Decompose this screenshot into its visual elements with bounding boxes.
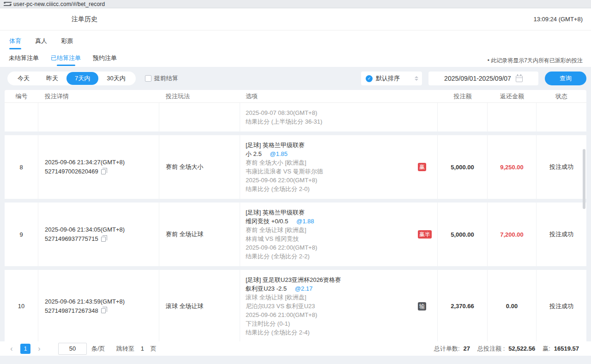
option-gray-line: 滚球 全场让球 [欧洲盘]	[246, 293, 418, 302]
cell-status: 投注成功	[537, 203, 586, 266]
cell-bet-index: 8	[5, 135, 38, 199]
subtab-unsettled[interactable]: 未结算注单	[8, 54, 39, 67]
cell-option: [足球] 英格兰甲级联赛 小 2.5 @1.85 赛前 全场大小 [欧洲盘]韦康…	[240, 135, 438, 199]
col-id: 编号	[5, 92, 38, 101]
cell-play-type: 滚球 全场让球	[159, 270, 240, 342]
jump-to-label: 跳转至	[116, 345, 134, 353]
cell-bet-detail	[38, 103, 159, 131]
site-icon	[4, 1, 10, 6]
page-size-input[interactable]	[58, 343, 87, 355]
option-gray-line: 赛前 全场大小 [欧洲盘]	[246, 158, 418, 167]
date-range-input[interactable]: 2025/09/01-2025/09/07	[428, 72, 538, 85]
pick-selection: 小 2.5	[246, 150, 262, 157]
cell-status	[537, 103, 586, 131]
range-30days[interactable]: 30天内	[98, 72, 133, 85]
totals: 总计单数: 27 总投注额 : 52,522.56 赢: 16519.57	[434, 345, 583, 353]
option-text: 2025-09-07 08:30(GMT+8)结果比分 (上半场比分 36-31…	[240, 108, 418, 126]
tab-sports[interactable]: 体育	[8, 36, 22, 49]
browser-url-bar[interactable]: user-pc-new.ciiicc.com/#/bet_record	[0, 0, 591, 8]
tab-live[interactable]: 真人	[34, 36, 48, 49]
early-settle-checkbox[interactable]: 提前结算	[145, 74, 178, 83]
option-gray-line: 结果比分 (全场比分 2-0)	[246, 185, 418, 193]
total-stake-label: 总投注额 :	[477, 345, 505, 353]
page-unit-label: 页	[151, 345, 157, 353]
option-gray-line: 林肯城 VS 维冈竞技	[246, 234, 418, 243]
option-gray-line: 结果比分 (全场比分 2-2)	[246, 252, 418, 261]
ticket-number: 5271496937775715	[45, 234, 98, 244]
prev-page-button[interactable]: ‹	[7, 345, 16, 352]
search-button[interactable]: 查询	[545, 72, 586, 85]
col-option: 选项	[240, 92, 438, 101]
copy-icon[interactable]	[101, 308, 106, 313]
option-gray-line: 2025-09-06 22:00(GMT+8)	[246, 243, 418, 252]
cell-bet-index	[5, 103, 38, 131]
bet-time: 2025-09-06 21:34:05(GMT+8)	[45, 225, 159, 234]
page-1-button[interactable]: 1	[20, 344, 30, 354]
pick-line: 叙利亚U23 -2.5 @2.17	[246, 284, 418, 293]
sub-tabs-row: 未结算注单 已结算注单 预约注单 • 此记录将显示7天内所有已派彩的投注	[8, 49, 591, 67]
odds-value: @1.85	[270, 150, 288, 157]
sort-select[interactable]: ✓ 默认排序	[361, 72, 422, 85]
league-name: [足球] 英格兰甲级联赛	[246, 141, 418, 149]
range-7days[interactable]: 7天内	[66, 72, 98, 85]
jump-page-value[interactable]: 1	[139, 345, 146, 352]
notice-text: • 此记录将显示7天内所有已派彩的投注	[488, 57, 583, 65]
total-win-value: 16519.57	[554, 345, 579, 352]
subtab-settled[interactable]: 已结算注单	[50, 54, 81, 67]
cell-stake: 5,000.00	[438, 135, 488, 199]
table-row: 10 2025-09-06 21:43:59(GMT+8) 5271498717…	[5, 270, 586, 342]
filter-row: 今天 昨天 7天内 30天内 提前结算 ✓ 默认排序 2025/09/01-20…	[0, 67, 591, 90]
option-gray-line: 下注时比分 (0-1)	[246, 319, 418, 328]
range-today[interactable]: 今天	[9, 72, 38, 85]
bet-table: 编号 投注详情 投注玩法 选项 投注额 返还金额 状态	[5, 90, 586, 352]
tab-lottery[interactable]: 彩票	[60, 36, 74, 49]
option-text: [足球] 英格兰甲级联赛 小 2.5 @1.85 赛前 全场大小 [欧洲盘]韦康…	[240, 141, 418, 193]
cell-status: 投注成功	[537, 135, 586, 199]
cell-play-type	[159, 103, 240, 131]
table-row: 8 2025-09-06 21:34:27(GMT+8) 52714970026…	[5, 135, 586, 199]
next-page-button[interactable]: ›	[35, 345, 43, 352]
cell-play-type: 赛前 全场让球	[159, 203, 240, 266]
cell-payout: 7,200.00	[488, 203, 537, 266]
total-count-value: 27	[464, 345, 470, 352]
date-range-value: 2025/09/01-2025/09/07	[444, 75, 511, 82]
bet-record-page: user-pc-new.ciiicc.com/#/bet_record 注单历史…	[0, 0, 591, 364]
col-detail: 投注详情	[38, 92, 159, 101]
option-detail-lines: 赛前 全场让球 [欧洲盘]林肯城 VS 维冈竞技2025-09-06 22:00…	[246, 226, 418, 261]
option-gray-line: 赛前 全场让球 [欧洲盘]	[246, 226, 418, 234]
option-gray-line: 结果比分 (全场比分 2-4)	[246, 328, 418, 337]
cell-play-type: 赛前 全场大小	[159, 135, 240, 199]
col-payout: 返还金额	[488, 92, 537, 101]
tabs-area: 体育 真人 彩票 未结算注单 已结算注单 预约注单 • 此记录将显示7天内所有已…	[0, 30, 591, 67]
early-settle-label: 提前结算	[154, 74, 178, 83]
badge-column: 输	[418, 275, 437, 337]
result-badge: 赢半	[418, 230, 432, 239]
cell-stake	[438, 103, 488, 131]
copy-icon[interactable]	[101, 237, 106, 242]
cell-stake: 2,370.66	[438, 270, 488, 342]
total-stake-value: 52,522.56	[508, 345, 535, 352]
option-gray-line: 2025-09-06 22:00(GMT+8)	[246, 176, 418, 185]
col-play: 投注玩法	[159, 92, 240, 101]
cell-option: [足球] 英格兰甲级联赛 维冈竞技 +0/0.5 @1.88 赛前 全场让球 […	[240, 203, 438, 266]
pagination-bar: ‹ 1 › 条/页 跳转至 1 页 总计单数: 27 总投注额 : 52,522…	[0, 341, 591, 356]
main-tabs: 体育 真人 彩票	[8, 30, 591, 49]
scrollbar-thumb[interactable]	[583, 149, 585, 209]
table-row: 9 2025-09-06 21:34:05(GMT+8) 52714969377…	[5, 203, 586, 266]
range-yesterday[interactable]: 昨天	[38, 72, 66, 85]
cell-stake: 5,000.00	[438, 203, 488, 266]
sub-tabs: 未结算注单 已结算注单 预约注单	[8, 54, 117, 67]
copy-icon[interactable]	[101, 169, 106, 174]
result-badge: 输	[418, 302, 426, 310]
check-circle-icon: ✓	[366, 75, 373, 82]
cell-option: [足球] 亚足联U23亚洲杯2026资格赛 叙利亚U23 -2.5 @2.17 …	[240, 270, 438, 342]
cell-option: 2025-09-07 08:30(GMT+8)结果比分 (上半场比分 36-31…	[240, 103, 438, 131]
option-detail-lines: 滚球 全场让球 [欧洲盘]尼泊尔U23 VS 叙利亚U232025-09-06 …	[246, 293, 418, 337]
option-gray-line: 尼泊尔U23 VS 叙利亚U23	[246, 302, 418, 310]
checkbox-icon[interactable]	[145, 75, 151, 82]
clock-text: 13:09:24 (GMT+8)	[533, 16, 583, 23]
bet-time: 2025-09-06 21:34:27(GMT+8)	[45, 158, 159, 167]
option-text: [足球] 英格兰甲级联赛 维冈竞技 +0/0.5 @1.88 赛前 全场让球 […	[240, 208, 418, 261]
subtab-reserved[interactable]: 预约注单	[92, 54, 117, 67]
badge-column	[418, 108, 437, 126]
